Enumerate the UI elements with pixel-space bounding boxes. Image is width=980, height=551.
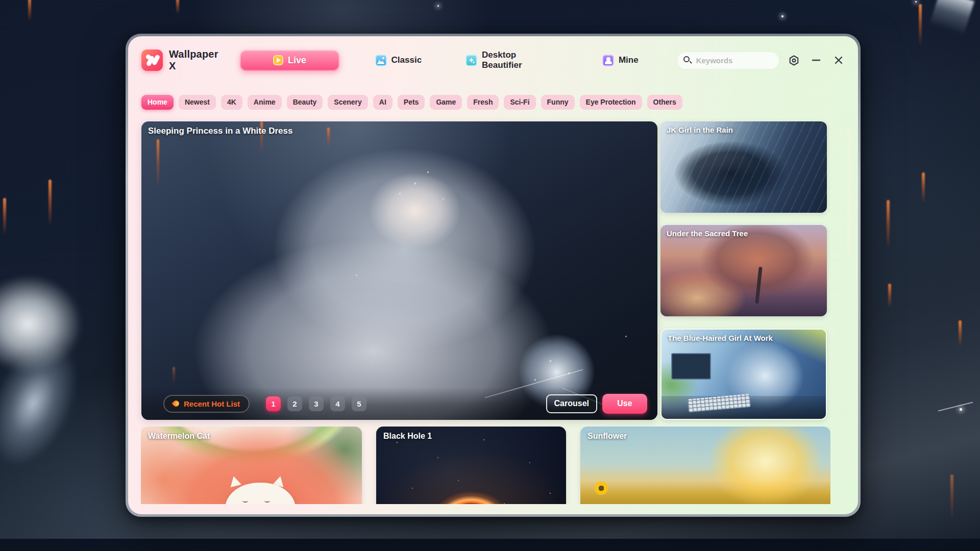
card-title: Black Hole 1 [383,432,432,441]
wallpaper-bottom-strip [0,539,980,551]
scrollbar-thumb[interactable] [847,128,851,256]
card-artwork [660,121,827,213]
search-input[interactable] [696,56,768,65]
window-controls [788,54,845,66]
wallpaper-sparkle [781,15,783,17]
sunflower-heads [595,482,608,495]
recent-hot-list-button[interactable]: Recent Hot List [163,395,250,413]
featured-bottom-bar: Recent Hot List 1 2 3 4 5 Carousel Use [141,387,657,420]
tab-desktop-beautifier-label: Desktop Beautifier [482,50,553,70]
wallpaper-paint-streak [176,0,179,14]
mountain-glyph [377,60,385,64]
close-icon[interactable] [832,54,845,66]
tab-mine-label: Mine [619,55,639,65]
wallpaper-paint-streak [959,320,962,347]
wallpaper-paint-streak [950,474,953,520]
play-triangle [276,58,281,63]
category-funny[interactable]: Funny [541,95,575,110]
category-anime[interactable]: Anime [248,95,282,110]
tab-mine[interactable]: Mine [602,55,639,66]
card-black-hole[interactable]: Black Hole 1 [376,427,566,504]
wallpaper-sparkle [960,408,962,411]
card-title: The Blue-Haired Girl At Work [668,334,773,342]
search-icon-ring [683,56,690,62]
category-fresh[interactable]: Fresh [467,95,499,110]
wallpaper-paint-streak [922,172,925,203]
card-title: Under the Sacred Tree [667,229,748,238]
sidebar-card-blue-haired-girl[interactable]: The Blue-Haired Girl At Work [660,329,827,420]
page-5[interactable]: 5 [352,396,366,411]
category-eye-protection[interactable]: Eye Protection [580,95,642,110]
category-scifi[interactable]: Sci-Fi [504,95,535,110]
use-button[interactable]: Use [602,394,647,414]
cat-ear [228,474,241,487]
search-icon-stem [689,61,692,64]
wallpaper-sparkle [915,1,917,3]
pagination: 1 2 3 4 5 [266,396,366,411]
sparkle-picture-icon [465,55,477,66]
card-title: Watermelon Cat [148,432,210,441]
tab-classic-label: Classic [391,55,422,65]
recent-hot-list-label: Recent Hot List [184,399,240,408]
monitor-shape [671,353,710,380]
card-artwork [662,330,826,419]
star-dots [376,427,377,428]
minimize-icon[interactable] [810,54,822,66]
app-window: Wallpaper X Live Classic Desk [126,34,861,517]
category-newest[interactable]: Newest [179,95,216,110]
search-box[interactable] [677,52,779,69]
wallpaper-sparkle [437,5,439,7]
category-bar: Home Newest 4K Anime Beauty Scenery AI P… [141,95,682,110]
tree-trunk [755,267,762,304]
featured-artwork [141,121,657,420]
user-icon [602,55,614,66]
sparkle-glyph [472,61,475,64]
carousel-button[interactable]: Carousel [546,394,597,413]
category-beauty[interactable]: Beauty [287,95,323,110]
cat-eye [264,499,270,503]
app-window-inner: Wallpaper X Live Classic Desk [128,36,858,514]
sidebar-card-list: JK Girl in the Rain Under the Sacred Tre… [660,121,827,420]
user-body-glyph [605,61,612,64]
top-bar: Wallpaper X Live Classic Desk [141,49,845,71]
category-game[interactable]: Game [430,95,462,110]
picture-icon [375,55,387,66]
category-ai[interactable]: AI [373,95,393,110]
sun-glyph [382,57,384,59]
sidebar-card-sacred-tree[interactable]: Under the Sacred Tree [660,225,827,316]
app-title: Wallpaper X [169,48,225,72]
featured-wallpaper-card[interactable]: Sleeping Princess in a White Dress Recen… [141,121,657,420]
search-icon [683,56,692,64]
play-badge-icon [273,55,283,65]
card-sunflower[interactable]: Sunflower [580,427,830,504]
page-2[interactable]: 2 [287,396,302,411]
wallpaper-paint-streak [28,0,31,21]
tab-desktop-beautifier[interactable]: Desktop Beautifier [465,50,553,70]
sidebar-card-jk-girl[interactable]: JK Girl in the Rain [660,121,827,213]
flame-icon [172,399,181,408]
artwork-sparkles [141,121,143,123]
wallpaper-paint-streak [887,200,890,249]
wallpaper-paint-streak [919,4,922,46]
page-1[interactable]: 1 [266,396,281,411]
wallpaper-paint-streak [48,180,52,227]
tab-live[interactable]: Live [240,50,339,71]
card-title: Sunflower [587,432,627,441]
cat-eye [242,499,248,503]
category-others[interactable]: Others [647,95,682,110]
page-3[interactable]: 3 [309,396,324,411]
tab-live-label: Live [288,55,306,66]
card-watermelon-cat[interactable]: Watermelon Cat [141,427,362,504]
category-4k[interactable]: 4K [221,95,242,110]
category-scenery[interactable]: Scenery [328,95,368,110]
card-artwork [660,225,827,316]
tab-classic[interactable]: Classic [375,55,422,66]
category-home[interactable]: Home [141,95,174,110]
app-logo-icon [141,49,163,71]
artwork-streak [173,367,175,384]
settings-gear-icon[interactable] [788,54,800,66]
category-pets[interactable]: Pets [398,95,425,110]
artwork-streak [157,139,159,188]
page-4[interactable]: 4 [330,396,345,411]
wallpaper-paint-streak [3,198,6,235]
